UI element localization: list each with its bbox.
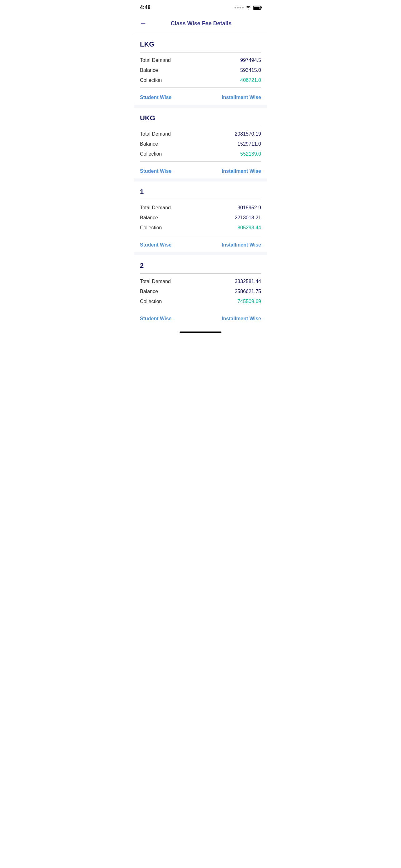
top-divider-lkg	[140, 52, 261, 53]
total-demand-value-lkg: 997494.5	[240, 58, 261, 63]
top-divider-ukg	[140, 126, 261, 126]
collection-value-class1: 805298.44	[237, 225, 261, 230]
total-demand-row-lkg: Total Demand 997494.5	[140, 58, 261, 63]
collection-value-class2: 745509.69	[237, 299, 261, 304]
collection-label-class2: Collection	[140, 299, 162, 304]
action-row-ukg: Student Wise Installment Wise	[140, 164, 261, 178]
status-bar: 4:48	[134, 0, 267, 13]
student-wise-button-class2[interactable]: Student Wise	[140, 316, 171, 321]
collection-row-class2: Collection 745509.69	[140, 299, 261, 304]
home-indicator	[134, 329, 267, 334]
total-demand-value-class2: 3332581.44	[235, 279, 261, 284]
student-wise-button-class1[interactable]: Student Wise	[140, 242, 171, 248]
status-time: 4:48	[140, 4, 151, 11]
installment-wise-button-lkg[interactable]: Installment Wise	[222, 95, 261, 100]
action-row-class1: Student Wise Installment Wise	[140, 238, 261, 252]
class-name-class2: 2	[140, 261, 261, 270]
student-wise-button-lkg[interactable]: Student Wise	[140, 95, 171, 100]
balance-row-ukg: Balance 1529711.0	[140, 141, 261, 147]
top-divider-class2	[140, 273, 261, 274]
balance-row-class2: Balance 2586621.75	[140, 289, 261, 294]
back-button[interactable]: ←	[140, 18, 151, 29]
class-card-class1: 1 Total Demand 3018952.9 Balance 2213018…	[134, 182, 267, 252]
balance-row-class1: Balance 2213018.21	[140, 215, 261, 221]
balance-label-ukg: Balance	[140, 141, 158, 147]
installment-wise-button-class1[interactable]: Installment Wise	[222, 242, 261, 248]
home-bar	[179, 332, 222, 333]
action-row-class2: Student Wise Installment Wise	[140, 312, 261, 326]
balance-value-ukg: 1529711.0	[237, 141, 261, 147]
class-name-class1: 1	[140, 188, 261, 196]
page-title: Class Wise Fee Details	[151, 20, 261, 27]
installment-wise-button-ukg[interactable]: Installment Wise	[222, 168, 261, 174]
action-divider-class2	[140, 309, 261, 309]
total-demand-value-class1: 3018952.9	[237, 205, 261, 211]
header: ← Class Wise Fee Details	[134, 13, 267, 34]
collection-label-lkg: Collection	[140, 78, 162, 83]
action-divider-class1	[140, 235, 261, 235]
total-demand-label-class1: Total Demand	[140, 205, 171, 211]
collection-row-lkg: Collection 406721.0	[140, 78, 261, 83]
class-card-class2: 2 Total Demand 3332581.44 Balance 258662…	[134, 255, 267, 326]
action-divider-lkg	[140, 88, 261, 88]
total-demand-label-lkg: Total Demand	[140, 58, 171, 63]
class-name-lkg: LKG	[140, 40, 261, 49]
collection-row-ukg: Collection 552139.0	[140, 151, 261, 157]
total-demand-row-class2: Total Demand 3332581.44	[140, 279, 261, 284]
class-card-ukg: UKG Total Demand 2081570.19 Balance 1529…	[134, 108, 267, 178]
collection-value-lkg: 406721.0	[240, 78, 261, 83]
balance-value-class1: 2213018.21	[235, 215, 261, 221]
signal-icon	[235, 7, 244, 8]
balance-row-lkg: Balance 593415.0	[140, 67, 261, 73]
balance-label-lkg: Balance	[140, 67, 158, 73]
total-demand-label-class2: Total Demand	[140, 279, 171, 284]
battery-icon	[253, 6, 261, 10]
total-demand-row-class1: Total Demand 3018952.9	[140, 205, 261, 211]
action-divider-ukg	[140, 161, 261, 161]
class-name-ukg: UKG	[140, 114, 261, 122]
balance-label-class2: Balance	[140, 289, 158, 294]
balance-value-class2: 2586621.75	[235, 289, 261, 294]
total-demand-row-ukg: Total Demand 2081570.19	[140, 131, 261, 137]
collection-value-ukg: 552139.0	[240, 151, 261, 157]
student-wise-button-ukg[interactable]: Student Wise	[140, 168, 171, 174]
collection-label-ukg: Collection	[140, 151, 162, 157]
class-card-lkg: LKG Total Demand 997494.5 Balance 593415…	[134, 34, 267, 105]
content: LKG Total Demand 997494.5 Balance 593415…	[134, 34, 267, 326]
total-demand-value-ukg: 2081570.19	[235, 131, 261, 137]
collection-row-class1: Collection 805298.44	[140, 225, 261, 230]
installment-wise-button-class2[interactable]: Installment Wise	[222, 316, 261, 321]
balance-label-class1: Balance	[140, 215, 158, 221]
action-row-lkg: Student Wise Installment Wise	[140, 90, 261, 105]
wifi-icon	[245, 5, 251, 10]
collection-label-class1: Collection	[140, 225, 162, 230]
balance-value-lkg: 593415.0	[240, 67, 261, 73]
total-demand-label-ukg: Total Demand	[140, 131, 171, 137]
status-icons	[235, 5, 261, 10]
